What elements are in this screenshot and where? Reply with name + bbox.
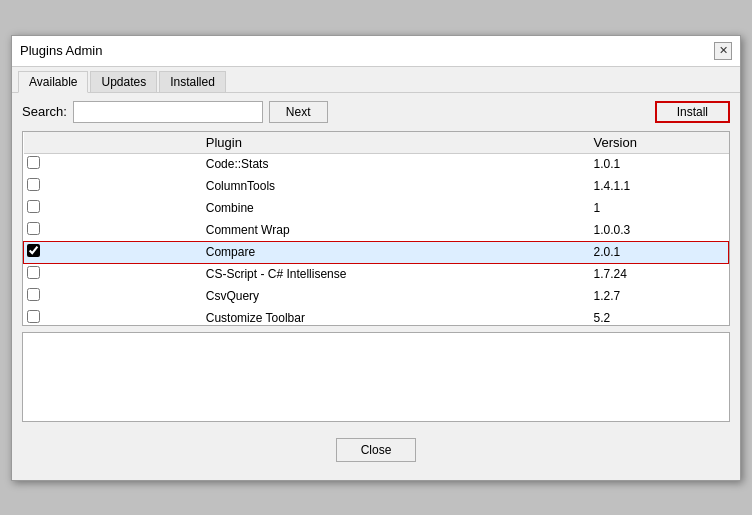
plugin-version: 1.0.0.3 [588,219,729,241]
search-left: Search: Next [22,101,328,123]
plugin-version: 5.2 [588,307,729,326]
bottom-row: Close [22,432,730,472]
search-label: Search: [22,104,67,119]
tab-updates[interactable]: Updates [90,71,157,92]
col-header-plugin: Plugin [200,132,588,154]
title-bar: Plugins Admin ✕ [12,36,740,67]
search-row: Search: Next Install [22,101,730,123]
table-row[interactable]: Combine1 [24,197,729,219]
plugin-checkbox[interactable] [27,244,40,257]
plugin-checkbox[interactable] [27,288,40,301]
next-button[interactable]: Next [269,101,328,123]
plugin-version: 1.7.24 [588,263,729,285]
plugin-name: CS-Script - C# Intellisense [200,263,588,285]
install-button[interactable]: Install [655,101,730,123]
plugin-name: Compare [200,241,588,263]
table-row[interactable]: Code::Stats1.0.1 [24,153,729,175]
window-close-button[interactable]: ✕ [714,42,732,60]
plugin-version: 1.2.7 [588,285,729,307]
plugin-checkbox[interactable] [27,222,40,235]
plugins-admin-dialog: Plugins Admin ✕ Available Updates Instal… [11,35,741,481]
checkbox-cell [24,241,200,263]
plugins-table: Plugin Version Code::Stats1.0.1ColumnToo… [23,132,729,326]
table-row[interactable]: Customize Toolbar5.2 [24,307,729,326]
col-header-version: Version [588,132,729,154]
content-area: Search: Next Install Plugin Version Code… [12,93,740,480]
tabs-row: Available Updates Installed [12,67,740,93]
table-row[interactable]: Comment Wrap1.0.0.3 [24,219,729,241]
plugin-checkbox[interactable] [27,200,40,213]
plugin-version: 1 [588,197,729,219]
plugin-checkbox[interactable] [27,310,40,323]
close-dialog-button[interactable]: Close [336,438,417,462]
table-row[interactable]: Compare2.0.1 [24,241,729,263]
plugin-name: Combine [200,197,588,219]
plugin-name: CsvQuery [200,285,588,307]
tab-available[interactable]: Available [18,71,88,93]
plugin-version: 2.0.1 [588,241,729,263]
plugin-name: Code::Stats [200,153,588,175]
tab-installed[interactable]: Installed [159,71,226,92]
plugin-checkbox[interactable] [27,178,40,191]
checkbox-cell [24,219,200,241]
checkbox-cell [24,153,200,175]
table-row[interactable]: CsvQuery1.2.7 [24,285,729,307]
table-row[interactable]: CS-Script - C# Intellisense1.7.24 [24,263,729,285]
checkbox-cell [24,263,200,285]
description-panel [22,332,730,422]
col-header-checkbox [24,132,200,154]
plugin-name: ColumnTools [200,175,588,197]
dialog-title: Plugins Admin [20,43,102,58]
plugin-version: 1.0.1 [588,153,729,175]
plugin-name: Comment Wrap [200,219,588,241]
table-header-row: Plugin Version [24,132,729,154]
plugin-name: Customize Toolbar [200,307,588,326]
plugin-checkbox[interactable] [27,266,40,279]
plugin-checkbox[interactable] [27,156,40,169]
table-row[interactable]: ColumnTools1.4.1.1 [24,175,729,197]
search-input[interactable] [73,101,263,123]
checkbox-cell [24,197,200,219]
checkbox-cell [24,307,200,326]
checkbox-cell [24,175,200,197]
checkbox-cell [24,285,200,307]
plugin-version: 1.4.1.1 [588,175,729,197]
plugins-table-container: Plugin Version Code::Stats1.0.1ColumnToo… [22,131,730,326]
